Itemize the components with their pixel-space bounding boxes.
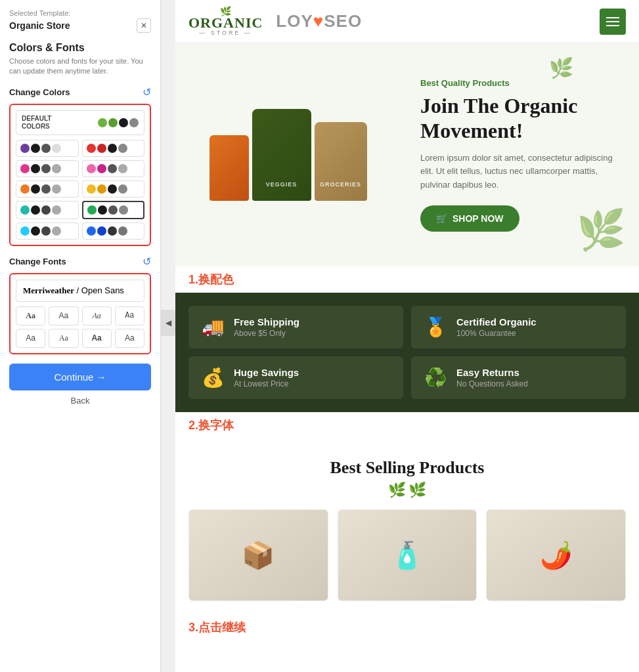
continue-button[interactable]: Continue → bbox=[9, 364, 151, 390]
font-option-6[interactable]: Aa bbox=[49, 329, 78, 348]
hero-products-image: VEGGIES GROCERIES bbox=[209, 109, 367, 201]
savings-icon: 💰 bbox=[202, 367, 225, 388]
hamburger-line-2 bbox=[606, 21, 619, 22]
hamburger-line-3 bbox=[606, 25, 619, 26]
back-link[interactable]: Back bbox=[9, 396, 151, 406]
feature-easy-returns: ♻️ Easy Returns No Questions Asked bbox=[411, 356, 626, 399]
left-panel: Selected Template: Organic Store ✕ Color… bbox=[0, 0, 161, 672]
shop-now-button[interactable]: 🛒 SHOP NOW bbox=[420, 205, 519, 232]
step3-label: 3.点击继续 bbox=[188, 616, 246, 639]
hero-leaf-top-icon: 🌿 bbox=[549, 56, 573, 79]
product-card-1[interactable]: 📦 bbox=[188, 509, 328, 601]
selected-font-name: Merriweather bbox=[23, 285, 74, 295]
hero-products-area: VEGGIES GROCERIES bbox=[175, 43, 401, 266]
palette-pink-light[interactable] bbox=[82, 160, 145, 177]
refresh-colors-icon[interactable]: ↺ bbox=[143, 86, 151, 98]
right-panel: 🌿 ORGANIC — STORE — LOY♥SEO VEGGIES bbox=[175, 0, 639, 672]
hamburger-menu-button[interactable] bbox=[600, 9, 626, 35]
hero-description: Lorem ipsum dolor sit amet, consectetur … bbox=[420, 152, 619, 192]
best-selling-title: Best Selling Products bbox=[188, 458, 626, 478]
feature-shipping-text: Free Shipping Above $5 Only bbox=[234, 316, 299, 338]
palette-blue[interactable] bbox=[82, 222, 145, 240]
colors-selection-box: DEFAULTCOLORS bbox=[9, 104, 151, 246]
best-selling-section: Best Selling Products 🌿 🌿 📦 🧴 🌶️ bbox=[175, 438, 639, 614]
product-card-2[interactable]: 🧴 bbox=[338, 509, 477, 601]
hamburger-line-1 bbox=[606, 17, 619, 18]
shop-now-label: SHOP NOW bbox=[452, 213, 504, 224]
step1-annotation: 1.换配色 bbox=[175, 266, 639, 293]
refresh-fonts-icon[interactable]: ↺ bbox=[143, 255, 151, 268]
product-bag-dark: VEGGIES bbox=[252, 109, 311, 201]
feature-organic-text: Certified Organic 100% Guarantee bbox=[456, 316, 537, 338]
product-bag-orange bbox=[209, 135, 249, 201]
selected-font-row[interactable]: Merriweather / Open Sans bbox=[16, 280, 144, 302]
font-option-3[interactable]: Aa bbox=[82, 306, 112, 326]
cart-icon: 🛒 bbox=[436, 213, 447, 224]
step3-annotation: 3.点击继续 bbox=[175, 614, 639, 648]
bag-tan-label: GROCERIES bbox=[320, 181, 361, 188]
loyseo-heart-icon: ♥ bbox=[313, 11, 324, 31]
default-colors-text: DEFAULTCOLORS bbox=[22, 115, 51, 131]
swatch-gray bbox=[129, 118, 139, 127]
swatch-black bbox=[119, 118, 128, 127]
bag-dark-label: VEGGIES bbox=[266, 181, 297, 188]
products-grid: 📦 🧴 🌶️ bbox=[188, 509, 626, 601]
truck-icon: 🚚 bbox=[202, 316, 225, 338]
font-option-2[interactable]: Aa bbox=[49, 306, 78, 326]
panel-collapse-arrow[interactable]: ◀ bbox=[161, 310, 175, 336]
font-grid: Aa Aa Aa Aa Aa Aa Aa Aa bbox=[16, 306, 144, 348]
feature-savings-text: Huge Savings At Lowest Price bbox=[234, 367, 299, 388]
palette-purple[interactable] bbox=[16, 140, 79, 157]
certified-icon: 🏅 bbox=[424, 316, 447, 338]
hero-content: 🌿 Best Quality Products Join The Organic… bbox=[401, 43, 639, 266]
feature-organic-title: Certified Organic bbox=[456, 316, 537, 327]
feature-huge-savings: 💰 Huge Savings At Lowest Price bbox=[188, 356, 403, 399]
font-option-8[interactable]: Aa bbox=[115, 329, 144, 348]
palette-yellow[interactable] bbox=[82, 180, 145, 198]
product-image-2: 🧴 bbox=[338, 510, 477, 600]
font-option-1[interactable]: Aa bbox=[16, 306, 45, 326]
feature-savings-subtitle: At Lowest Price bbox=[234, 379, 299, 388]
default-colors-row[interactable]: DEFAULTCOLORS bbox=[16, 110, 144, 135]
feature-organic-subtitle: 100% Guarantee bbox=[456, 329, 537, 338]
colors-fonts-desc: Choose colors and fonts for your site. Y… bbox=[9, 56, 151, 77]
close-button[interactable]: ✕ bbox=[137, 18, 151, 33]
step1-label: 1.换配色 bbox=[188, 268, 234, 291]
features-section: 🚚 Free Shipping Above $5 Only 🏅 Certifie… bbox=[175, 293, 639, 412]
product-image-3: 🌶️ bbox=[487, 510, 625, 600]
feature-savings-title: Huge Savings bbox=[234, 367, 299, 378]
feature-returns-subtitle: No Questions Asked bbox=[456, 379, 528, 388]
loyseo-logo: LOY♥SEO bbox=[276, 11, 362, 32]
organic-logo-text: ORGANIC bbox=[188, 16, 263, 30]
feature-certified-organic: 🏅 Certified Organic 100% Guarantee bbox=[411, 306, 626, 348]
feature-returns-text: Easy Returns No Questions Asked bbox=[456, 367, 528, 388]
site-header: 🌿 ORGANIC — STORE — LOY♥SEO bbox=[175, 0, 639, 43]
palette-teal[interactable] bbox=[16, 201, 79, 219]
hero-leaf-deco-icon: 🌿 bbox=[577, 207, 626, 253]
font-option-5[interactable]: Aa bbox=[16, 329, 45, 348]
hero-section: VEGGIES GROCERIES 🌿 Best Quality Product… bbox=[175, 43, 639, 266]
organic-logo-sub: — STORE — bbox=[199, 30, 252, 36]
palette-cyan[interactable] bbox=[16, 222, 79, 240]
product-card-3[interactable]: 🌶️ bbox=[486, 509, 626, 601]
palette-red[interactable] bbox=[82, 140, 145, 157]
selected-template-label: Selected Template: bbox=[9, 9, 151, 17]
green-divider: 🌿 🌿 bbox=[188, 482, 626, 499]
hero-title: Join The Organic Movement! bbox=[420, 93, 619, 144]
divider-leaf-left-icon: 🌿 bbox=[388, 482, 406, 499]
swatch-green2 bbox=[108, 118, 118, 127]
default-swatches bbox=[98, 118, 139, 127]
palette-green-selected[interactable] bbox=[82, 201, 145, 219]
palette-orange[interactable] bbox=[16, 180, 79, 198]
feature-shipping-subtitle: Above $5 Only bbox=[234, 329, 299, 338]
font-option-4[interactable]: Aa bbox=[115, 306, 144, 326]
continue-label: Continue → bbox=[54, 371, 106, 383]
logo-area: 🌿 ORGANIC — STORE — LOY♥SEO bbox=[188, 7, 362, 36]
font-option-7[interactable]: Aa bbox=[82, 329, 112, 348]
step2-annotation: 2.换字体 bbox=[175, 412, 639, 438]
palette-pink-dark[interactable] bbox=[16, 160, 79, 177]
step2-label: 2.换字体 bbox=[188, 413, 234, 437]
colors-fonts-title: Colors & Fonts bbox=[9, 42, 151, 54]
feature-shipping-title: Free Shipping bbox=[234, 316, 299, 327]
swatch-green1 bbox=[98, 118, 107, 127]
